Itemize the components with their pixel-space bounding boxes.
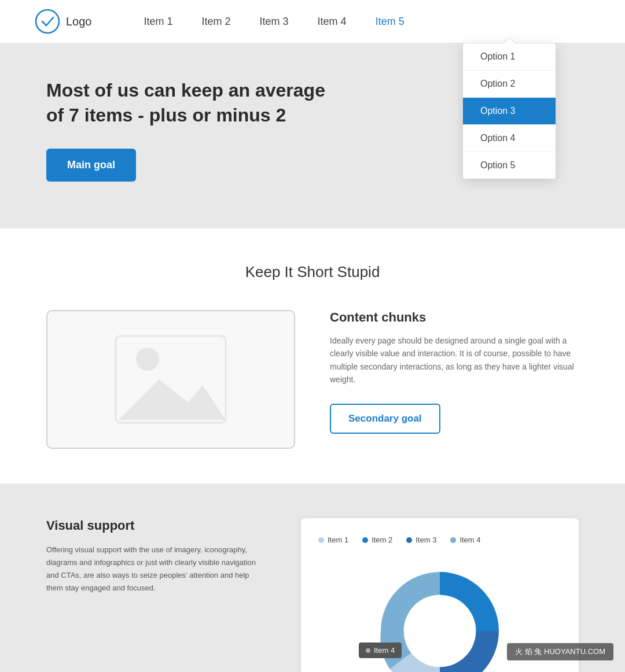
main-goal-button[interactable]: Main goal xyxy=(46,149,136,182)
svg-marker-3 xyxy=(119,379,226,420)
dropdown-option-2[interactable]: Option 2 xyxy=(463,71,556,98)
legend-label-4: Item 4 xyxy=(459,536,480,544)
nav-item-1[interactable]: Item 1 xyxy=(144,13,173,30)
content-row: Content chunks Ideally every page should… xyxy=(46,310,579,449)
legend-label-3: Item 3 xyxy=(416,536,436,544)
nav-item-2[interactable]: Item 2 xyxy=(202,13,231,30)
dropdown-container: Option 1 Option 2 Option 3 Option 4 Opti… xyxy=(463,43,556,179)
legend-dot-2 xyxy=(362,537,368,543)
dropdown-option-1[interactable]: Option 1 xyxy=(463,43,556,71)
legend-item-1: Item 1 xyxy=(318,536,348,544)
logo-text: Logo xyxy=(66,15,92,28)
legend-dot-4 xyxy=(450,537,456,543)
logo-icon xyxy=(35,9,60,34)
svg-point-4 xyxy=(404,595,476,667)
logo-area: Logo xyxy=(35,9,92,34)
nav-item-4[interactable]: Item 4 xyxy=(318,13,347,30)
visual-heading: Visual support xyxy=(46,518,266,533)
legend-item-4: Item 4 xyxy=(450,536,480,544)
nav-items: Item 1 Item 2 Item 3 Item 4 Item 5 xyxy=(144,13,405,30)
legend-dot-3 xyxy=(406,537,412,543)
nav-item-5[interactable]: Item 5 xyxy=(376,13,405,30)
content-body: Ideally every page should be designed ar… xyxy=(330,334,579,386)
nav-item-3[interactable]: Item 3 xyxy=(260,13,289,30)
content-heading: Content chunks xyxy=(330,310,579,325)
visual-body: Offering visual support with the use of … xyxy=(46,544,266,595)
dropdown-option-3[interactable]: Option 3 xyxy=(463,98,556,125)
dropdown-option-4[interactable]: Option 4 xyxy=(463,125,556,152)
dropdown-arrow xyxy=(503,36,515,43)
legend-label-2: Item 2 xyxy=(372,536,392,544)
watermark: 火 焰 兔 HUOYANTU.COM xyxy=(507,643,613,660)
svg-point-0 xyxy=(36,10,59,33)
placeholder-image-icon xyxy=(113,333,229,426)
hero-title: Most of us can keep an average of 7 item… xyxy=(46,78,336,128)
donut-chart: Item 4 xyxy=(370,562,509,672)
chart-tooltip: Item 4 xyxy=(359,643,402,658)
image-placeholder xyxy=(46,310,295,449)
legend-dot-1 xyxy=(318,537,324,543)
section-title: Keep It Short Stupid xyxy=(46,263,579,281)
visual-text: Visual support Offering visual support w… xyxy=(46,518,266,595)
chart-legend: Item 1 Item 2 Item 3 Item 4 xyxy=(318,536,561,544)
tooltip-dot xyxy=(366,648,370,653)
content-section: Keep It Short Stupid Content chunks Idea… xyxy=(0,228,625,483)
legend-label-1: Item 1 xyxy=(328,536,348,544)
svg-point-2 xyxy=(136,348,159,371)
legend-item-3: Item 3 xyxy=(406,536,436,544)
content-text: Content chunks Ideally every page should… xyxy=(330,310,579,434)
secondary-goal-button[interactable]: Secondary goal xyxy=(330,404,440,434)
dropdown-menu: Option 1 Option 2 Option 3 Option 4 Opti… xyxy=(463,43,556,179)
legend-item-2: Item 2 xyxy=(362,536,392,544)
navbar: Logo Item 1 Item 2 Item 3 Item 4 Item 5 … xyxy=(0,0,625,43)
tooltip-text: Item 4 xyxy=(374,646,395,655)
dropdown-option-5[interactable]: Option 5 xyxy=(463,152,556,179)
